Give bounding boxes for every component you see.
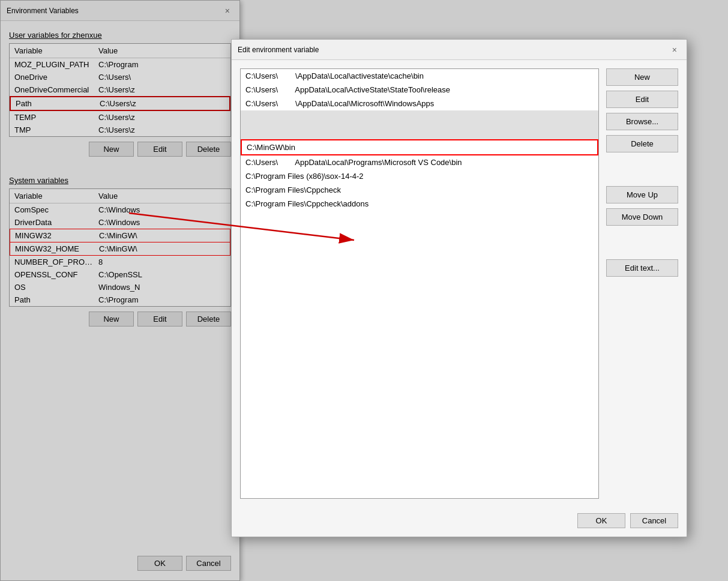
path-list[interactable]: C:\Users\ \AppData\Local\activestate\cac… xyxy=(240,68,599,499)
path-item[interactable] xyxy=(241,110,598,125)
path-item[interactable]: C:\Program Files\Cppcheck\addons xyxy=(241,197,598,211)
dialog-action-buttons: New Edit Browse... Delete Move Up Move D… xyxy=(606,68,678,499)
dialog-edit-text-button[interactable]: Edit text... xyxy=(606,259,678,277)
dialog-cancel-button[interactable]: Cancel xyxy=(630,513,678,528)
path-item[interactable]: C:\Program Files (x86)\sox-14-4-2 xyxy=(241,169,598,183)
path-list-container: C:\Users\ \AppData\Local\activestate\cac… xyxy=(240,68,599,499)
dialog-body: C:\Users\ \AppData\Local\activestate\cac… xyxy=(232,60,687,507)
dialog-browse-button[interactable]: Browse... xyxy=(606,113,678,130)
path-item[interactable]: C:\Users\ AppData\Local\ActiveState\Stat… xyxy=(241,83,598,97)
dialog-delete-button[interactable]: Delete xyxy=(606,135,678,152)
path-item[interactable]: C:\Program Files\Cppcheck xyxy=(241,183,598,197)
path-item[interactable] xyxy=(241,125,598,139)
dialog-ok-button[interactable]: OK xyxy=(577,513,625,528)
path-item[interactable]: C:\Users\ AppData\Local\Programs\Microso… xyxy=(241,155,598,169)
path-item[interactable]: C:\Users\ \AppData\Local\Microsoft\Windo… xyxy=(241,97,598,110)
dialog-new-button[interactable]: New xyxy=(606,68,678,86)
dialog-move-down-button[interactable]: Move Down xyxy=(606,208,678,226)
dialog-bottom: OK Cancel xyxy=(232,507,687,537)
dialog-edit-button[interactable]: Edit xyxy=(606,91,678,108)
path-item[interactable]: C:\Users\ \AppData\Local\activestate\cac… xyxy=(241,69,598,83)
dialog-close-button[interactable]: × xyxy=(669,44,681,55)
path-item-mingw[interactable]: C:\MinGW\bin xyxy=(241,139,598,155)
dialog-titlebar: Edit environment variable × xyxy=(232,40,687,60)
dialog-move-up-button[interactable]: Move Up xyxy=(606,186,678,203)
dialog-title: Edit environment variable xyxy=(238,46,319,54)
edit-env-dialog: Edit environment variable × C:\Users\ \A… xyxy=(231,39,687,537)
